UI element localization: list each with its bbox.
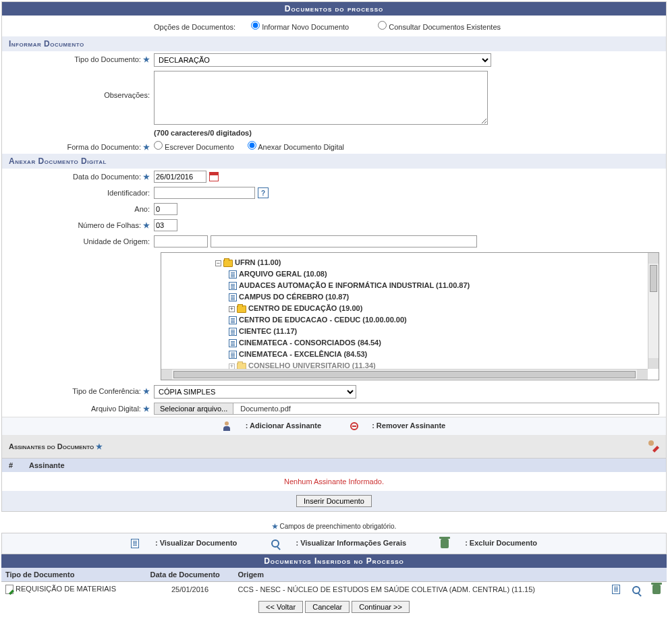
- no-signer-message: Nenhum Assinante Informado.: [2, 472, 666, 491]
- doc-icon: [229, 328, 237, 336]
- doc-type-select[interactable]: DECLARAÇÃO: [154, 53, 491, 67]
- footer-buttons: << Voltar Cancelar Continuar >>: [1, 597, 667, 617]
- remove-signer-icon: [350, 422, 358, 430]
- table-row: REQUISIÇÃO DE MATERIAIS 25/01/2016 CCS -…: [1, 582, 667, 597]
- file-name: Documento.pdf: [236, 403, 295, 414]
- form-write-radio[interactable]: [154, 141, 163, 150]
- magnifier-icon: [271, 539, 279, 548]
- tree-item[interactable]: CIENTEC (11.17): [229, 326, 644, 337]
- option-consult-radio[interactable]: [378, 21, 387, 30]
- tree-item[interactable]: CENTRO DE EDUCACAO - CEDUC (10.00.00.00): [229, 314, 644, 326]
- folder-icon: [223, 260, 233, 267]
- edit-signer-icon[interactable]: [647, 440, 659, 452]
- form-attach-radio[interactable]: [248, 141, 256, 150]
- obs-textarea[interactable]: [154, 71, 488, 125]
- doc-icon: [229, 282, 237, 290]
- options-label: Opções de Documentos:: [154, 23, 235, 31]
- inserted-title: Documentos Inseridos no Processo: [1, 554, 667, 568]
- panel-title: Documentos do processo: [2, 2, 666, 16]
- cancel-button[interactable]: Cancelar: [305, 601, 350, 613]
- file-select-button[interactable]: Selecionar arquivo...: [155, 403, 233, 414]
- required-star: ★: [96, 442, 103, 450]
- edit-doc-icon[interactable]: [5, 585, 13, 594]
- pages-label: Número de Folhas:: [78, 221, 141, 229]
- required-star: ★: [143, 387, 150, 395]
- required-star: ★: [143, 55, 150, 63]
- scroll-thumb[interactable]: [650, 265, 657, 292]
- doc-icon: [229, 351, 237, 359]
- unit-tree[interactable]: −UFRN (11.00) ARQUIVO GERAL (10.08)AUDAC…: [161, 252, 659, 380]
- tree-item[interactable]: CINEMATECA - CONSORCIADOS (84.54): [229, 337, 644, 349]
- insert-document-button[interactable]: Inserir Documento: [296, 495, 372, 507]
- tree-item[interactable]: AUDACES AUTOMAÇÃO E INFORMÁTICA INDUSTRI…: [229, 280, 644, 291]
- required-note: ★ Campos de preenchimento obrigatório.: [1, 520, 667, 533]
- origin-label: Unidade de Origem:: [84, 237, 150, 245]
- view-doc-icon[interactable]: [612, 585, 620, 594]
- row-type: REQUISIÇÃO DE MATERIAIS: [16, 585, 116, 593]
- remove-signer-label: : Remover Assinante: [372, 421, 445, 430]
- tree-item[interactable]: ARQUIVO GERAL (10.08): [229, 268, 644, 280]
- th-date: Data de Documento: [146, 568, 234, 582]
- char-counter: (700 caracteres/0 digitados): [154, 129, 252, 137]
- required-star: ★: [143, 173, 150, 181]
- doc-type-label: Tipo do Documento:: [74, 55, 141, 63]
- doc-icon: [229, 293, 237, 301]
- horizontal-scrollbar[interactable]: [161, 369, 648, 380]
- option-inform-radio[interactable]: [251, 21, 260, 30]
- year-input[interactable]: [154, 203, 177, 215]
- scroll-thumb[interactable]: [173, 371, 636, 378]
- year-label: Ano:: [134, 205, 150, 213]
- row-origin: CCS - NESC - NÚCLEO DE ESTUDOS EM SAÚDE …: [234, 582, 607, 597]
- view-doc-icon: [131, 539, 139, 548]
- date-input[interactable]: [154, 171, 206, 183]
- ident-input[interactable]: [154, 187, 255, 199]
- form-write[interactable]: Escrever Documento: [154, 141, 234, 151]
- file-label: Arquivo Digital:: [91, 405, 141, 413]
- option-inform[interactable]: Informar Novo Documento: [251, 23, 349, 31]
- section-inform: Informar Documento: [2, 36, 666, 51]
- calendar-icon[interactable]: [209, 172, 219, 181]
- row-date: 25/01/2016: [146, 582, 234, 597]
- option-inform-label: Informar Novo Documento: [262, 23, 349, 31]
- trash-icon: [441, 539, 449, 548]
- tree-item[interactable]: CINEMATECA - EXCELÊNCIA (84.53): [229, 349, 644, 360]
- form-attach[interactable]: Anexar Documento Digital: [248, 141, 344, 151]
- tree-root-label: UFRN (11.00): [235, 258, 281, 266]
- legend-view-label: : Visualizar Documento: [155, 539, 237, 547]
- expand-icon[interactable]: +: [229, 363, 235, 369]
- add-signer-icon: [223, 421, 232, 431]
- trash-icon[interactable]: [652, 585, 661, 594]
- conf-select[interactable]: CÓPIA SIMPLES: [154, 385, 356, 399]
- tree-root[interactable]: −UFRN (11.00): [215, 257, 644, 268]
- form-attach-label: Anexar Documento Digital: [258, 143, 344, 151]
- form-write-label: Escrever Documento: [165, 143, 234, 151]
- tree-item[interactable]: +CONSELHO UNIVERSITARIO (11.34): [229, 360, 644, 369]
- tree-item[interactable]: +CENTRO DE EDUCAÇÃO (19.00): [229, 303, 644, 314]
- obs-label: Observações:: [104, 91, 150, 99]
- magnifier-icon[interactable]: [632, 586, 640, 594]
- date-label: Data do Documento:: [73, 173, 141, 181]
- legend-info-label: : Visualizar Informações Gerais: [296, 539, 406, 547]
- help-icon[interactable]: ?: [258, 187, 269, 198]
- col-signer: Assinante: [29, 461, 65, 469]
- pages-input[interactable]: [154, 219, 177, 231]
- back-button[interactable]: << Voltar: [258, 601, 303, 613]
- origin-code-input[interactable]: [154, 235, 208, 247]
- continue-button[interactable]: Continuar >>: [352, 601, 410, 613]
- col-hash: #: [9, 461, 29, 469]
- vertical-scrollbar[interactable]: [648, 253, 659, 369]
- inserted-docs-table: Tipo de Documento Data de Documento Orig…: [1, 568, 667, 597]
- origin-name-input[interactable]: [211, 235, 477, 247]
- required-star: ★: [143, 221, 150, 229]
- collapse-icon[interactable]: −: [215, 260, 221, 266]
- required-star: ★: [143, 143, 150, 151]
- folder-icon: [237, 363, 246, 369]
- signers-header: Assinantes do Documento ★: [2, 435, 666, 458]
- folder-icon: [237, 305, 246, 313]
- options-row: Opções de Documentos: Informar Novo Docu…: [2, 16, 666, 36]
- doc-icon: [229, 339, 237, 347]
- option-consult[interactable]: Consultar Documentos Existentes: [378, 23, 501, 31]
- tree-item[interactable]: CAMPUS DO CÉREBRO (10.87): [229, 291, 644, 303]
- section-attach: Anexar Documento Digital: [2, 154, 666, 169]
- expand-icon[interactable]: +: [229, 306, 235, 312]
